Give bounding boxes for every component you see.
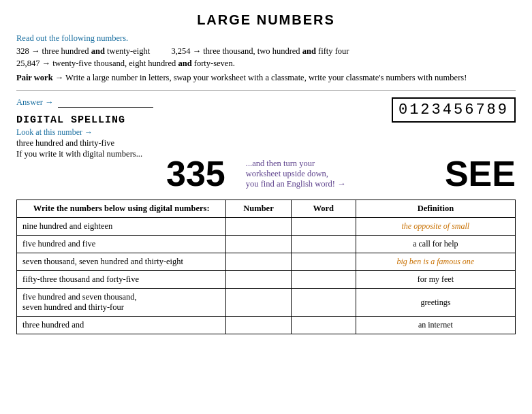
digital-title: DIGITAL SPELLING [16, 114, 207, 126]
row-number[interactable] [226, 253, 291, 271]
row-word[interactable] [291, 253, 356, 271]
row-definition: greetings [356, 289, 515, 317]
row-description: three hundred and [17, 317, 226, 334]
table-row: seven thousand, seven hundred and thirty… [17, 253, 516, 271]
digital-number-word: three hundred and thirty-five [16, 138, 207, 148]
table-row: three hundred andan internet [17, 317, 516, 334]
row-number[interactable] [226, 236, 291, 253]
col-header-word: Word [291, 200, 356, 218]
row-description: five hundred and seven thousand, seven h… [17, 289, 226, 317]
col-header-number: Number [226, 200, 291, 218]
digital-see-word: SEE [445, 153, 516, 194]
row-number[interactable] [226, 218, 291, 236]
table-row: five hundred and seven thousand, seven h… [17, 289, 516, 317]
intro-text: Read out the following numbers. [16, 33, 516, 44]
digital-right-text: ...and then turn yourworksheet upside do… [239, 159, 438, 189]
number-line-1: 328 → three hundred and twenty-eight 3,2… [16, 46, 516, 57]
col-header-description: Write the numbers below using digital nu… [17, 200, 226, 218]
row-description: five hundred and five [17, 236, 226, 253]
row-number[interactable] [226, 317, 291, 334]
row-definition: the opposite of small [356, 218, 515, 236]
pair-work-text: Pair work → Write a large number in lett… [16, 73, 516, 83]
row-word[interactable] [291, 218, 356, 236]
digital-big-number: 335 [166, 153, 225, 194]
row-number[interactable] [226, 271, 291, 289]
row-description: nine hundred and eighteen [17, 218, 226, 236]
row-word[interactable] [291, 289, 356, 317]
row-definition: for my feet [356, 271, 515, 289]
table-row: nine hundred and eighteenthe opposite of… [17, 218, 516, 236]
row-definition: big ben is a famous one [356, 253, 515, 271]
row-word[interactable] [291, 271, 356, 289]
row-word[interactable] [291, 236, 356, 253]
row-definition: a call for help [356, 236, 515, 253]
number-line-2: 25,847 → twenty-five thousand, eight hun… [16, 59, 516, 69]
page-title: LARGE NUMBERS [16, 12, 516, 28]
main-table: Write the numbers below using digital nu… [16, 200, 516, 334]
row-number[interactable] [226, 289, 291, 317]
answer-label: Answer → [16, 97, 54, 108]
digital-display: 0123456789 [392, 97, 516, 123]
table-row: five hundred and fivea call for help [17, 236, 516, 253]
col-header-definition: Definition [356, 200, 515, 218]
digital-look-text: Look at this number → [16, 127, 207, 138]
divider [16, 90, 516, 91]
answer-input-line[interactable] [58, 98, 153, 108]
row-definition: an internet [356, 317, 515, 334]
row-word[interactable] [291, 317, 356, 334]
table-row: fifty-three thousand and forty-fivefor m… [17, 271, 516, 289]
row-description: seven thousand, seven hundred and thirty… [17, 253, 226, 271]
row-description: fifty-three thousand and forty-five [17, 271, 226, 289]
